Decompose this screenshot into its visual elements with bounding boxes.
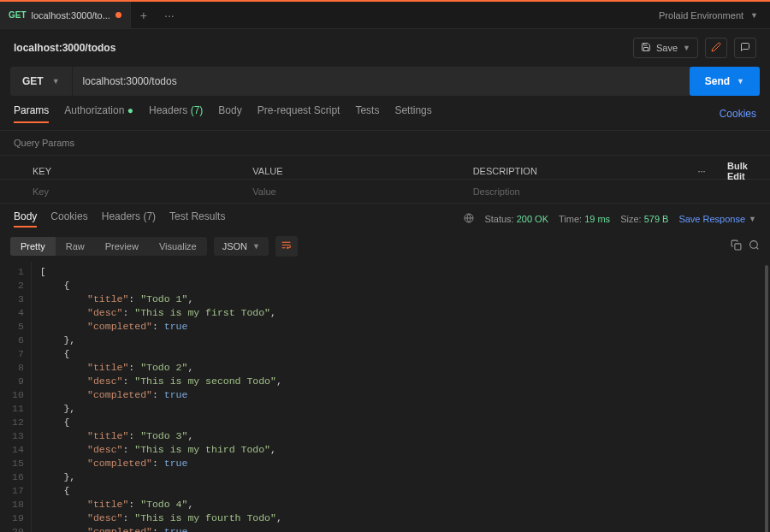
- resp-tab-body[interactable]: Body: [14, 210, 37, 228]
- chevron-down-icon: ▼: [737, 77, 744, 86]
- format-selector[interactable]: JSON ▼: [214, 237, 269, 256]
- chevron-down-icon: ▼: [750, 11, 758, 20]
- unsaved-indicator-icon: [116, 12, 121, 18]
- request-title: localhost:3000/todos: [14, 42, 116, 54]
- chevron-down-icon: ▼: [683, 44, 690, 52]
- query-params-heading: Query Params: [0, 131, 770, 155]
- comment-icon: [740, 42, 750, 55]
- tab-params[interactable]: Params: [14, 104, 49, 123]
- bulk-edit-button[interactable]: Bulk Edit: [719, 156, 770, 186]
- tab-body[interactable]: Body: [218, 104, 241, 123]
- tab-overflow-button[interactable]: ···: [157, 9, 182, 22]
- status-label: Status: 200 OK: [484, 214, 548, 224]
- environment-selector[interactable]: Prolaid Environment ▼: [647, 10, 770, 21]
- svg-line-6: [756, 247, 758, 249]
- scrollbar[interactable]: [765, 265, 768, 532]
- chevron-down-icon: ▼: [749, 215, 756, 223]
- method-selector[interactable]: GET ▼: [10, 67, 73, 96]
- url-bar: GET ▼ localhost:3000/todos Send ▼: [10, 67, 760, 96]
- top-tab-bar: GET localhost:3000/to... + ··· Prolaid E…: [0, 0, 770, 29]
- save-label: Save: [656, 43, 678, 53]
- save-icon: [641, 42, 651, 54]
- view-mode-tabs: Pretty Raw Preview Visualize: [10, 237, 207, 256]
- send-button[interactable]: Send ▼: [690, 67, 760, 96]
- response-toolbar: Pretty Raw Preview Visualize JSON ▼: [0, 231, 770, 262]
- chevron-down-icon: ▼: [52, 77, 60, 86]
- network-icon: [464, 213, 474, 225]
- auth-active-indicator-icon: ●: [127, 104, 133, 116]
- comment-button[interactable]: [734, 38, 756, 58]
- wrap-icon: [281, 239, 292, 253]
- view-visualize[interactable]: Visualize: [149, 237, 207, 256]
- wrap-lines-button[interactable]: [275, 236, 298, 257]
- time-label: Time: 19 ms: [559, 214, 610, 224]
- table-row[interactable]: Key Value Description: [0, 179, 770, 203]
- chevron-down-icon: ▼: [252, 242, 260, 251]
- code-content[interactable]: [ { "title": "Todo 1", "desc": "This is …: [32, 262, 770, 532]
- col-description: DESCRIPTION: [465, 161, 684, 181]
- environment-label: Prolaid Environment: [659, 10, 743, 21]
- tab-authorization[interactable]: Authorization ●: [64, 104, 133, 123]
- table-header-row: KEY VALUE DESCRIPTION ··· Bulk Edit: [0, 155, 770, 179]
- resp-tab-test-results[interactable]: Test Results: [169, 210, 225, 228]
- request-tabs: Params Authorization ● Headers (7) Body …: [0, 104, 770, 131]
- svg-point-5: [750, 241, 758, 249]
- tab-title: localhost:3000/to...: [32, 10, 110, 21]
- pencil-icon: [711, 42, 721, 55]
- url-input[interactable]: localhost:3000/todos: [73, 67, 683, 96]
- tab-settings[interactable]: Settings: [394, 104, 431, 123]
- response-header: Body Cookies Headers (7) Test Results St…: [0, 203, 770, 231]
- edit-button[interactable]: [705, 38, 727, 58]
- cookies-link[interactable]: Cookies: [720, 108, 756, 120]
- view-pretty[interactable]: Pretty: [10, 237, 56, 256]
- col-value: VALUE: [244, 161, 464, 181]
- description-input[interactable]: Description: [465, 181, 684, 202]
- request-title-bar: localhost:3000/todos Save ▼: [0, 29, 770, 67]
- key-input[interactable]: Key: [24, 181, 244, 202]
- line-gutter: 1234567891011121314151617181920212223242…: [0, 262, 32, 532]
- query-params-table: KEY VALUE DESCRIPTION ··· Bulk Edit Key …: [0, 155, 770, 203]
- size-label: Size: 579 B: [620, 214, 668, 224]
- search-button[interactable]: [749, 239, 760, 253]
- tab-tests[interactable]: Tests: [355, 104, 379, 123]
- save-response-button[interactable]: Save Response ▼: [678, 214, 756, 224]
- value-input[interactable]: Value: [244, 181, 464, 202]
- send-label: Send: [705, 75, 730, 87]
- view-raw[interactable]: Raw: [56, 237, 95, 256]
- new-tab-button[interactable]: +: [131, 9, 157, 22]
- tab-headers[interactable]: Headers (7): [149, 104, 203, 123]
- copy-button[interactable]: [731, 239, 742, 253]
- method-label: GET: [22, 75, 44, 87]
- resp-tab-headers[interactable]: Headers (7): [102, 210, 156, 228]
- view-preview[interactable]: Preview: [95, 237, 149, 256]
- tab-method-badge: GET: [9, 10, 27, 20]
- resp-tab-cookies[interactable]: Cookies: [50, 210, 87, 228]
- column-options-button[interactable]: ···: [684, 161, 719, 181]
- svg-rect-4: [735, 244, 741, 250]
- response-body: 1234567891011121314151617181920212223242…: [0, 262, 770, 532]
- request-tab[interactable]: GET localhost:3000/to...: [0, 2, 131, 28]
- col-key: KEY: [24, 161, 244, 181]
- tab-prerequest[interactable]: Pre-request Script: [258, 104, 341, 123]
- save-button[interactable]: Save ▼: [633, 38, 698, 58]
